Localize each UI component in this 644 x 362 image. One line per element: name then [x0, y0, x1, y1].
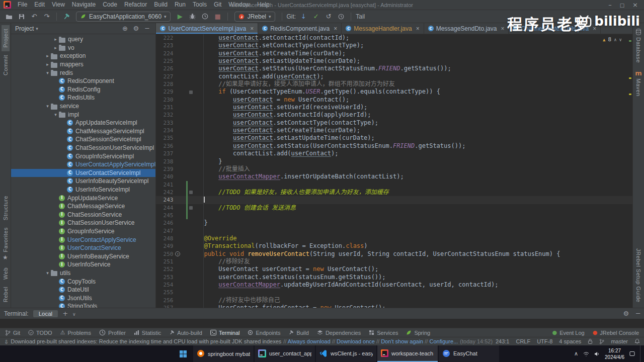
tree-item-redis[interactable]: ▾redis [11, 68, 155, 77]
open-icon[interactable] [4, 12, 14, 22]
tool-stripe-project[interactable]: Project [2, 25, 10, 51]
tree-item-usercontactservice[interactable]: IUserContactService [11, 244, 155, 252]
tool-window-problems[interactable]: ⚠Problems [60, 330, 91, 336]
code-line-254[interactable]: 254userContactMapper.updateByUserIdAndCo… [156, 281, 632, 289]
windows-start-button[interactable] [173, 345, 193, 362]
locate-file-icon[interactable]: ⊕ [120, 25, 129, 32]
gear-icon[interactable]: ⚙ [131, 25, 140, 32]
menu-item-navigate[interactable]: Navigate [68, 0, 99, 10]
git-commit-icon[interactable]: ✓ [311, 12, 321, 22]
line-ending[interactable]: CRLF [516, 338, 530, 344]
tool-window-todo[interactable]: TODO [28, 330, 52, 336]
close-button[interactable]: × [632, 2, 638, 8]
menu-item-file[interactable]: File [14, 0, 31, 10]
tree-item-chatmessageserviceimpl[interactable]: CChatMessageServiceImpl [11, 127, 155, 136]
code-line-246[interactable]: 246} [156, 219, 632, 227]
action-center-icon[interactable] [629, 351, 635, 356]
code-line-230[interactable]: 230userContact = new UserContact(); [156, 96, 632, 104]
tree-item-vo[interactable]: ▸vo [11, 44, 155, 52]
code-line-249[interactable]: 249@Transactional(rollbackFor = Exceptio… [156, 242, 632, 250]
tool-stripe-jrebel-setup-guide[interactable]: JRebel Setup Guide [634, 245, 642, 306]
chevron-right-icon[interactable]: ▸ [52, 37, 59, 42]
tree-item-redisconfig[interactable]: CRedisConfig [11, 85, 155, 94]
tree-item-redisutils[interactable]: CRedisUtils [11, 94, 155, 102]
code-line-226[interactable]: 226userContact.setStatus(UserContactStat… [156, 65, 632, 72]
chevron-down-icon[interactable]: ▾ [44, 104, 51, 109]
code-line-244[interactable]: 244//TODO 创建会话 发送消息 [156, 204, 632, 212]
profiler-button[interactable] [200, 12, 210, 22]
volume-icon[interactable] [594, 351, 600, 356]
terminal-content[interactable] [0, 319, 644, 328]
tree-item-impl[interactable]: ▾impl [11, 110, 155, 119]
tree-item-usercontactserviceimpl[interactable]: CUserContactServiceImpl [11, 169, 155, 177]
status-link-always-download[interactable]: Always download [288, 338, 331, 344]
prev-warning-icon[interactable]: ∧ [614, 37, 616, 42]
tree-item-userinfobeautyserviceimpl[interactable]: CUserInfoBeautyServiceImpl [11, 177, 155, 186]
tool-stripe-web[interactable]: Web [2, 264, 10, 283]
fold-marker[interactable] [189, 90, 193, 94]
status-link-don-t-show-again[interactable]: Don't show again [381, 338, 423, 344]
tree-item-exception[interactable]: ▸exception [11, 52, 155, 60]
fold-marker[interactable] [189, 191, 193, 194]
tree-item-rediscomponent[interactable]: CRedisComponent [11, 77, 155, 85]
menu-item-refactor[interactable]: Refactor [121, 0, 150, 10]
tool-stripe-commit[interactable]: Commit [2, 51, 10, 79]
run-button[interactable]: ▶ [175, 12, 185, 22]
tree-item-chatmessageservice[interactable]: IChatMessageService [11, 202, 155, 211]
terminal-settings-icon[interactable]: ⚙ [623, 310, 629, 317]
tree-item-service[interactable]: ▾service [11, 102, 155, 111]
close-icon[interactable]: × [416, 25, 420, 32]
tree-item-appupdateservice[interactable]: IAppUpdateService [11, 194, 155, 202]
code-line-233[interactable]: 233userContact.setContactType(contactTyp… [156, 119, 632, 127]
tool-window-git[interactable]: Git [5, 330, 20, 336]
code-line-227[interactable]: 227contactList.add(userContact); [156, 73, 632, 80]
fold-marker[interactable] [189, 206, 193, 210]
code-line-256[interactable]: 256//将好友中也移除自己 [156, 297, 632, 304]
tool-window-services[interactable]: Services [369, 330, 398, 336]
code-line-252[interactable]: 252UserContact userContact = new UserCon… [156, 265, 632, 273]
code-line-241[interactable]: 241 [156, 181, 632, 189]
editor-tab-messagesenddto-java[interactable]: CMessageSendDto.java× [424, 23, 509, 34]
git-history-icon[interactable] [336, 12, 346, 22]
tree-item-stringtools[interactable]: CStringTools [11, 302, 155, 308]
taskbar-app-workspace-teach-user[interactable]: workspace-teach - User [377, 345, 438, 362]
git-rollback-icon[interactable]: ↺ [324, 12, 334, 22]
chevron-down-icon[interactable]: ▾ [44, 270, 51, 276]
code-line-240[interactable]: 240userContactMapper.insertOrUpdateBatch… [156, 173, 632, 180]
tree-item-jsonutils[interactable]: CJsonUtils [11, 294, 155, 302]
tool-window-profiler[interactable]: Profiler [99, 329, 126, 336]
tool-stripe-structure[interactable]: Structure [2, 192, 10, 224]
next-warning-icon[interactable]: ∨ [619, 37, 622, 42]
menu-item-git[interactable]: Git [210, 0, 225, 10]
code-line-242[interactable]: 242//TODO 如果是好友，接收人也要添加申请人为好友，添加缓存 [156, 189, 632, 196]
save-all-icon[interactable] [17, 12, 27, 22]
tree-item-groupinfoservice[interactable]: IGroupInfoService [11, 227, 155, 236]
tree-item-userinfoserviceimpl[interactable]: CUserInfoServiceImpl [11, 186, 155, 194]
tool-window-endpoints[interactable]: Endpoints [248, 330, 280, 336]
taskbar-app-easychat[interactable]: EasyChat [439, 345, 499, 362]
code-line-234[interactable]: 234userContact.setCreateTime(curDate); [156, 127, 632, 134]
code-line-229[interactable]: 229if (UserContactTypeEnum.USER.getType(… [156, 88, 632, 96]
code-line-225[interactable]: 225userContact.setLastUpdateTime(curDate… [156, 57, 632, 65]
code-line-239[interactable]: 239//批量插入 [156, 165, 632, 173]
code-line-228[interactable]: 228//如果是申请好友，接受人添加申请人，群组不用添加对方为好友 [156, 80, 632, 88]
code-line-231[interactable]: 231userContact.setUserId(receiveUserId); [156, 104, 632, 111]
taskbar-app-springboot-mybatis-指南[interactable]: springboot mybatis 指南 [193, 345, 254, 362]
tree-item-groupinfoserviceimpl[interactable]: CGroupInfoServiceImpl [11, 152, 155, 160]
status-link-download-once[interactable]: Download once [337, 338, 375, 344]
tree-item-usercontactapplyserviceimpl[interactable]: CUserContactApplyServiceImpl [11, 160, 155, 169]
tool-window-terminal[interactable]: Terminal [210, 330, 240, 336]
tree-item-chatsessionuserservice[interactable]: IChatSessionUserService [11, 219, 155, 227]
code-line-222[interactable]: 222userContact.setContactId(contactId); [156, 34, 632, 42]
tree-item-chatsessionuserserviceimpl[interactable]: CChatSessionUserServiceImpl [11, 144, 155, 152]
code-line-253[interactable]: 253userContact.setStatus(statusEnum.getS… [156, 274, 632, 281]
file-encoding[interactable]: UTF-8 [537, 338, 552, 344]
editor-tab-rediscomponent-java[interactable]: CRedisComponent.java× [258, 23, 342, 34]
tray-expand-icon[interactable]: ∧ [574, 351, 578, 356]
code-line-245[interactable]: 245 [156, 212, 632, 219]
indent-setting[interactable]: 4 spaces [559, 338, 581, 344]
project-panel-title[interactable]: Project [15, 25, 34, 32]
code-line-224[interactable]: 224userContact.setCreateTime(curDate); [156, 50, 632, 57]
terminal-tab-local[interactable]: Local [33, 310, 58, 317]
chevron-right-icon[interactable]: ▸ [44, 53, 51, 58]
